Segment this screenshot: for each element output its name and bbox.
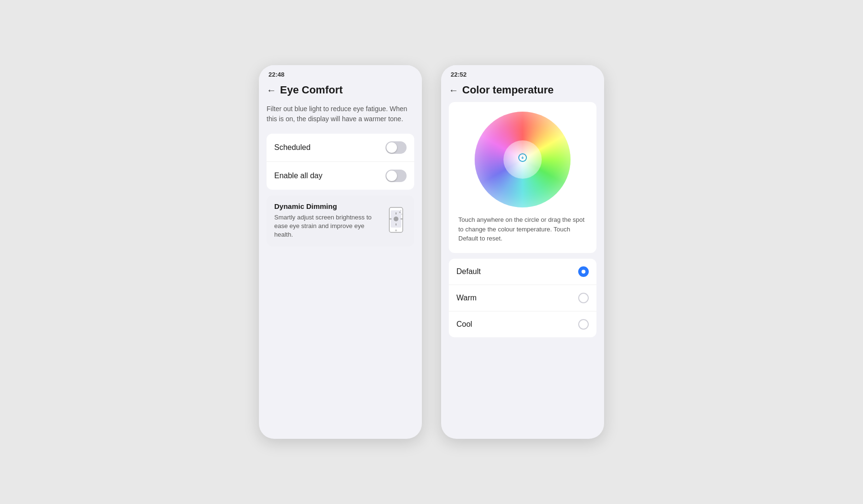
default-radio[interactable] (578, 266, 589, 277)
svg-point-3 (394, 217, 398, 221)
panel1-content: Filter out blue light to reduce eye fati… (259, 102, 422, 439)
svg-point-8 (399, 211, 401, 213)
panel2-content: Touch anywhere on the circle or drag the… (441, 102, 604, 439)
cool-radio[interactable] (578, 319, 589, 330)
back-button-1[interactable]: ← (267, 85, 276, 96)
default-option-row[interactable]: Default (449, 259, 596, 285)
nav-bar-1: ← Eye Comfort (259, 80, 422, 102)
conic-color-wheel[interactable] (475, 112, 571, 207)
enable-all-day-toggle-knob (386, 171, 397, 181)
dimming-phone-icon (385, 206, 407, 235)
svg-point-2 (395, 229, 397, 231)
color-wheel-card: Touch anywhere on the circle or drag the… (449, 102, 596, 253)
nav-bar-2: ← Color temperature (441, 80, 604, 102)
cool-option-row[interactable]: Cool (449, 311, 596, 337)
time-1: 22:48 (268, 71, 284, 78)
color-wheel[interactable] (475, 112, 571, 207)
enable-all-day-row[interactable]: Enable all day (267, 162, 414, 190)
cool-label: Cool (456, 320, 472, 329)
enable-all-day-label: Enable all day (274, 172, 323, 180)
color-temp-panel: 22:52 ← Color temperature Touch anywhere… (441, 65, 604, 439)
eye-comfort-description: Filter out blue light to reduce eye fati… (267, 102, 414, 124)
time-2: 22:52 (451, 71, 466, 78)
wheel-hint-text: Touch anywhere on the circle or drag the… (458, 215, 587, 243)
scheduled-label: Scheduled (274, 143, 311, 152)
warm-option-row[interactable]: Warm (449, 285, 596, 311)
warm-label: Warm (456, 294, 477, 302)
enable-all-day-toggle[interactable] (385, 170, 407, 182)
page-title-1: Eye Comfort (280, 84, 343, 96)
svg-point-10 (400, 210, 401, 211)
back-button-2[interactable]: ← (449, 85, 458, 96)
status-bar-2: 22:52 (441, 65, 604, 80)
svg-point-9 (401, 214, 402, 215)
scheduled-row[interactable]: Scheduled (267, 134, 414, 162)
status-bar-1: 22:48 (259, 65, 422, 80)
eye-comfort-panel: 22:48 ← Eye Comfort Filter out blue ligh… (259, 65, 422, 439)
warm-radio[interactable] (578, 293, 589, 303)
dimming-title: Dynamic Dimming (274, 202, 380, 210)
dynamic-dimming-card[interactable]: Dynamic Dimming Smartly adjust screen br… (267, 195, 414, 246)
wheel-cursor[interactable] (518, 153, 527, 162)
scheduled-toggle[interactable] (385, 141, 407, 154)
toggle-settings-card: Scheduled Enable all day (267, 134, 414, 190)
default-label: Default (456, 267, 481, 276)
dimming-description: Smartly adjust screen brightness to ease… (274, 213, 380, 240)
page-title-2: Color temperature (462, 84, 554, 96)
dimming-text-area: Dynamic Dimming Smartly adjust screen br… (274, 202, 380, 240)
scheduled-toggle-knob (386, 142, 397, 153)
color-options-card: Default Warm Cool (449, 259, 596, 337)
